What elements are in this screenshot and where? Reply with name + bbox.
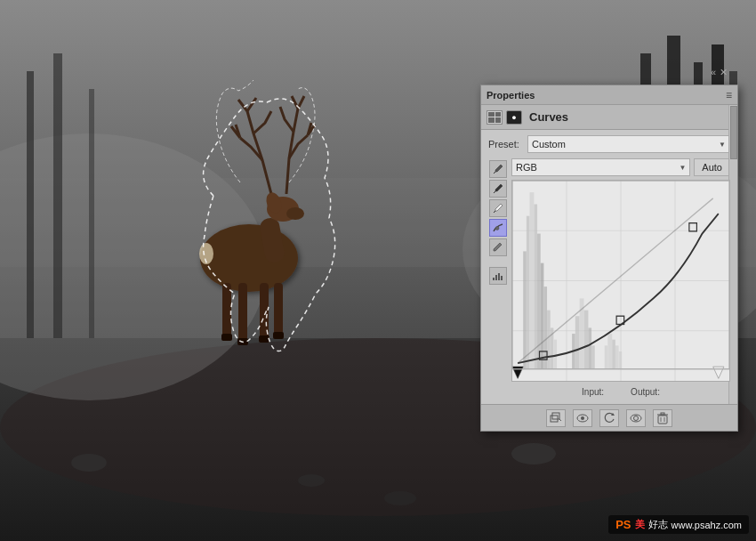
reset-btn[interactable] <box>599 409 619 427</box>
svg-rect-29 <box>221 334 232 341</box>
watermark-ps: PS <box>615 518 631 531</box>
watermark: PS 美 好志 www.psahz.com <box>608 515 749 534</box>
svg-rect-85 <box>658 416 667 424</box>
svg-point-81 <box>581 416 584 420</box>
svg-rect-64 <box>588 327 591 368</box>
rgb-row: RGB ▼ Auto <box>511 158 730 176</box>
pencil-tool-btn[interactable] <box>489 238 507 256</box>
io-row: Input: Output: <box>511 385 730 399</box>
svg-point-24 <box>286 207 304 220</box>
svg-rect-63 <box>584 311 589 369</box>
svg-rect-66 <box>605 345 608 368</box>
right-section: RGB ▼ Auto <box>511 158 730 399</box>
svg-rect-7 <box>53 53 62 338</box>
svg-rect-28 <box>274 283 283 335</box>
panel-title: Properties <box>487 90 535 101</box>
svg-rect-55 <box>541 263 544 369</box>
svg-rect-67 <box>607 334 612 369</box>
svg-point-38 <box>495 227 499 230</box>
svg-rect-41 <box>498 273 500 280</box>
svg-rect-50 <box>523 251 527 368</box>
properties-panel: Properties ≡ ● Curves Preset: Custom ▼ <box>480 85 738 432</box>
eyedropper-3-btn[interactable] <box>489 199 507 217</box>
svg-rect-8 <box>89 89 94 338</box>
svg-rect-42 <box>501 276 503 280</box>
scrollbar-thumb[interactable] <box>730 106 737 159</box>
layer-visibility-btn[interactable] <box>626 409 646 427</box>
svg-rect-69 <box>615 345 619 368</box>
watermark-brand: 美 <box>635 518 645 531</box>
svg-rect-70 <box>619 351 623 369</box>
output-label: Output: <box>631 387 660 397</box>
svg-point-18 <box>298 474 325 487</box>
tab-row: ● Curves <box>481 105 737 130</box>
preset-row: Preset: Custom ▼ <box>488 135 730 153</box>
svg-rect-52 <box>530 192 535 369</box>
svg-rect-87 <box>661 413 664 415</box>
svg-line-37 <box>494 211 495 213</box>
curve-tool-btn[interactable] <box>489 219 507 237</box>
panel-content: Preset: Custom ▼ <box>481 130 737 404</box>
panel-controls: ≡ <box>726 89 732 101</box>
delete-btn[interactable] <box>653 409 672 427</box>
watermark-domain: www.psahz.com <box>672 520 742 530</box>
preset-label: Preset: <box>488 139 522 149</box>
deer-with-selection <box>133 80 374 383</box>
svg-rect-40 <box>495 275 497 280</box>
svg-rect-25 <box>222 283 231 336</box>
rgb-dropdown-arrow: ▼ <box>679 164 686 172</box>
clip-to-layer-btn[interactable] <box>546 409 566 427</box>
svg-point-19 <box>511 443 556 464</box>
auto-button[interactable]: Auto <box>694 158 730 176</box>
svg-point-84 <box>634 416 639 420</box>
histogram-tool-btn[interactable] <box>489 267 507 285</box>
bottom-toolbar <box>481 404 737 431</box>
svg-rect-26 <box>238 283 247 341</box>
svg-point-20 <box>384 491 416 505</box>
svg-line-35 <box>494 172 495 174</box>
svg-point-21 <box>200 224 298 292</box>
svg-rect-65 <box>591 345 595 368</box>
svg-rect-6 <box>27 71 34 338</box>
eyedropper-1-btn[interactable] <box>489 160 507 178</box>
svg-rect-53 <box>534 204 537 368</box>
main-area: RGB ▼ Auto <box>488 158 730 399</box>
svg-rect-51 <box>527 216 530 369</box>
curve-graph[interactable] <box>511 180 730 382</box>
svg-rect-31 <box>259 335 269 343</box>
svg-point-17 <box>71 454 107 472</box>
svg-rect-68 <box>612 340 615 369</box>
svg-rect-39 <box>493 278 495 280</box>
eye-visibility-btn[interactable] <box>573 409 592 427</box>
svg-line-36 <box>494 191 495 193</box>
left-tools <box>488 158 508 399</box>
panel-titlebar: Properties ≡ <box>481 85 737 105</box>
svg-rect-54 <box>537 234 541 369</box>
preset-dropdown-arrow: ▼ <box>719 141 726 149</box>
preset-dropdown[interactable]: Custom ▼ <box>527 135 730 153</box>
svg-rect-57 <box>547 311 551 369</box>
panel-collapse-arrows[interactable]: « ✕ <box>711 67 728 78</box>
panel-menu-icon[interactable]: ≡ <box>726 89 732 101</box>
eyedropper-2-btn[interactable] <box>489 180 507 198</box>
tab-label: Curves <box>529 110 568 124</box>
svg-rect-61 <box>575 316 580 369</box>
input-label: Input: <box>582 387 604 397</box>
svg-rect-59 <box>553 340 557 369</box>
rgb-dropdown[interactable]: RGB ▼ <box>511 158 690 176</box>
watermark-text: 好志 <box>648 518 668 531</box>
tab-icon-circle[interactable]: ● <box>506 110 522 125</box>
tab-icon-grid[interactable] <box>487 110 503 125</box>
svg-rect-32 <box>273 332 284 339</box>
